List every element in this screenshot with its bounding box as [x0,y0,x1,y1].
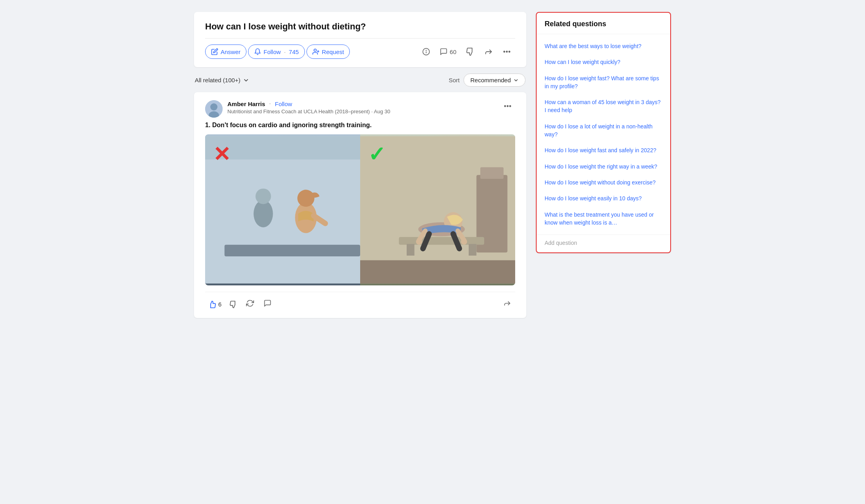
svg-point-6 [504,51,505,52]
author-bio: Nutritionist and Fitness Coach at UCLA H… [227,109,500,114]
related-item[interactable]: What are the best ways to lose weight? [537,38,670,54]
answer-footer: 6 [205,292,515,312]
svg-rect-26 [360,260,515,284]
related-link[interactable]: How can I lose weight quickly? [545,59,621,65]
related-link[interactable]: How do I lose weight without doing exerc… [545,179,656,186]
svg-rect-17 [225,245,360,256]
svg-point-35 [461,238,467,245]
refresh-button[interactable] [242,297,258,312]
related-link[interactable]: What is the best treatment you have used… [545,211,654,226]
comment-button[interactable]: 60 [436,45,460,59]
filter-bar: All related (100+) Sort Recommended [194,74,526,87]
svg-rect-25 [480,167,504,179]
related-link[interactable]: How do I lose weight the right way in a … [545,163,657,170]
share-button[interactable] [480,44,497,59]
related-card: Related questions What are the best ways… [536,12,671,253]
gym-image-left: ✕ [205,134,360,285]
sort-chevron-icon [513,78,519,83]
svg-point-0 [314,49,316,51]
request-icon [312,48,320,55]
request-button[interactable]: Request [306,45,350,59]
answer-header: Amber Harris · Follow Nutritionist and F… [205,100,515,118]
filter-label[interactable]: All related (100+) [195,77,249,83]
more-button[interactable] [498,44,515,59]
related-list: What are the best ways to lose weight? H… [537,34,670,235]
svg-point-19 [256,188,271,204]
related-item[interactable]: How can a woman of 45 lose weight in 3 d… [537,94,670,118]
svg-point-34 [416,238,422,245]
svg-point-21 [297,190,314,207]
main-content: How can I lose weight without dieting? A… [194,12,526,492]
chevron-down-icon [243,77,249,83]
related-item[interactable]: How can I lose weight quickly? [537,54,670,70]
gym-image-container: ✕ [205,134,515,285]
info-button[interactable] [418,45,434,59]
answer-button[interactable]: Answer [205,45,246,59]
question-title: How can I lose weight without dieting? [205,21,515,32]
page-wrapper: How can I lose weight without dieting? A… [194,12,671,492]
add-question[interactable]: Add question [537,235,670,252]
svg-point-13 [507,106,508,107]
related-link[interactable]: How do I lose weight easily in 10 days? [545,195,642,202]
comment-icon-button[interactable] [260,297,275,312]
footer-share-button[interactable] [499,297,515,312]
related-header: Related questions [537,13,670,34]
related-item[interactable]: How do I lose weight easily in 10 days? [537,190,670,206]
upvote-button[interactable]: 6 [205,298,225,311]
svg-point-12 [504,106,506,107]
question-card: How can I lose weight without dieting? A… [194,12,526,67]
related-link[interactable]: How can a woman of 45 lose weight in 3 d… [545,99,661,113]
related-item[interactable]: How do I lose weight fast and safely in … [537,142,670,158]
svg-point-10 [210,103,217,110]
svg-rect-29 [469,244,477,256]
pencil-icon [211,48,218,55]
author-info: Amber Harris · Follow Nutritionist and F… [227,100,500,114]
svg-rect-27 [399,237,485,245]
related-item[interactable]: What is the best treatment you have used… [537,207,670,231]
author-name: Amber Harris [227,101,265,107]
check-mark: ✓ [368,142,386,166]
avatar [205,100,223,118]
svg-rect-28 [407,244,415,256]
answer-body-title: 1. Don't focus on cardio and ignoring st… [205,122,515,129]
related-link[interactable]: How do I lose a lot of weight in a non-h… [545,123,653,138]
downvote-button[interactable] [462,44,479,59]
sort-button[interactable]: Recommended [464,74,526,87]
follow-icon [254,48,261,55]
related-item[interactable]: How do I lose weight the right way in a … [537,159,670,174]
author-name-row: Amber Harris · Follow [227,100,500,107]
related-item[interactable]: How do I lose a lot of weight in a non-h… [537,118,670,143]
x-mark: ✕ [213,142,231,166]
related-item[interactable]: How do I lose weight without doing exerc… [537,174,670,190]
downvote-button[interactable] [226,298,240,311]
svg-point-7 [506,51,508,52]
related-link[interactable]: How do I lose weight fast? What are some… [545,75,659,89]
related-item[interactable]: How do I lose weight fast? What are some… [537,70,670,95]
follow-button[interactable]: Follow · 745 [248,45,305,59]
action-bar: Answer Follow · 745 [205,38,515,59]
related-link[interactable]: What are the best ways to lose weight? [545,43,642,49]
answer-menu-button[interactable] [500,100,515,114]
svg-point-18 [254,200,273,227]
related-link[interactable]: How do I lose weight fast and safely in … [545,147,656,153]
answer-card: Amber Harris · Follow Nutritionist and F… [194,92,526,318]
svg-point-8 [509,51,510,52]
author-follow-link[interactable]: Follow [275,101,292,107]
svg-point-14 [510,106,511,107]
sort-area: Sort Recommended [449,74,526,87]
gym-image-right: ✓ [360,134,515,285]
sidebar: Related questions What are the best ways… [536,12,671,492]
